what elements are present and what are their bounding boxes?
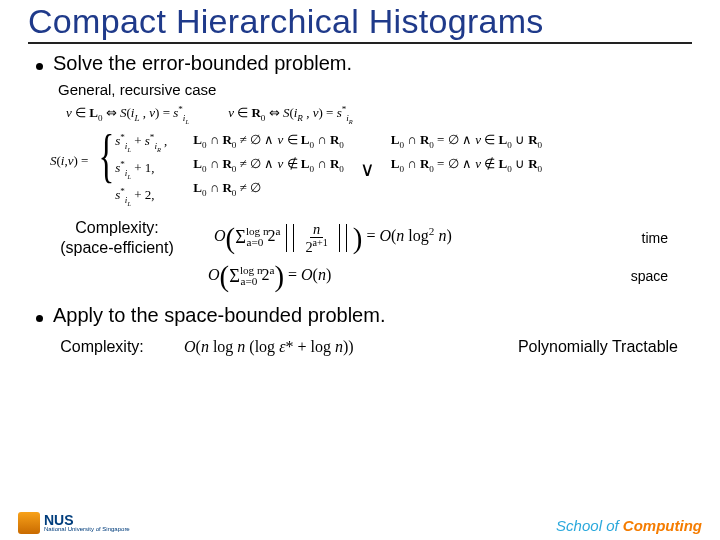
piecewise-conditions-a: L0 ∩ R0 ≠ ∅ ∧ v ∈ L0 ∩ R0 L0 ∩ R0 ≠ ∅ ∧ … — [193, 130, 344, 199]
soc-computing-word: Computing — [623, 517, 702, 534]
piecewise-lhs: S(i, v) = — [50, 130, 88, 192]
case-2: s*iL + 1, — [115, 157, 167, 182]
bullet-2: Apply to the space-bounded problem. — [36, 304, 692, 327]
cond-1b: L0 ∩ R0 = ∅ ∧ v ∈ L0 ∪ R0 — [391, 130, 542, 152]
complexity-time-row: Complexity: (space-efficient) O(Σlog na=… — [52, 218, 692, 258]
slide-title: Compact Hierarchical Histograms — [28, 4, 692, 40]
complexity-label: Complexity: (space-efficient) — [52, 218, 182, 258]
space-complexity-formula: O(Σlog na=0 2a) = O(n) — [208, 264, 331, 288]
complexity-label-2: (space-efficient) — [60, 239, 174, 256]
cond-2b: L0 ∩ R0 = ∅ ∧ v ∉ L0 ∪ R0 — [391, 154, 542, 176]
slide-body: Compact Hierarchical Histograms Solve th… — [0, 0, 720, 357]
complexity-space-bounded-row: Complexity: O(n log n (log ε* + log n)) … — [52, 337, 692, 357]
time-complexity-formula: O(Σlog na=0 2a n2a+1 ) = O(n log2 n) — [214, 222, 452, 254]
space-tag: space — [631, 268, 668, 284]
biconditional-row: v ∈ L0 ⇔ S(iL , v) = s*iL v ∈ R0 ⇔ S(iR … — [66, 104, 692, 125]
title-divider — [28, 42, 692, 44]
bicond-right: v ∈ R0 ⇔ S(iR , v) = s*iR — [228, 104, 352, 125]
bullet-dot-icon — [36, 315, 43, 322]
bullet-1-text: Solve the error-bounded problem. — [53, 52, 352, 75]
complexity-space-row: O(Σlog na=0 2a) = O(n) space — [208, 264, 692, 288]
bullet-2-text: Apply to the space-bounded problem. — [53, 304, 385, 327]
subheading: General, recursive case — [58, 81, 692, 98]
complexity-label-1: Complexity: — [75, 219, 159, 236]
case-3: s*iL + 2, — [115, 184, 167, 209]
nus-fullname: National University of Singapore — [44, 527, 130, 532]
polynomially-tractable: Polynomially Tractable — [518, 338, 678, 356]
complexity2-label: Complexity: — [52, 337, 152, 357]
cond-3b-empty — [391, 178, 542, 198]
space-bounded-formula: O(n log n (log ε* + log n)) — [184, 338, 354, 356]
piecewise-cases: s*iL + s*iR , s*iL + 1, s*iL + 2, — [115, 130, 167, 208]
nus-crest-icon — [18, 512, 40, 534]
left-brace-icon: { — [99, 130, 115, 181]
bicond-left: v ∈ L0 ⇔ S(iL , v) = s*iL — [66, 104, 189, 125]
nus-logo: NUS National University of Singapore — [18, 512, 130, 534]
time-sum-lower: a=0 — [247, 236, 264, 248]
cond-2a: L0 ∩ R0 ≠ ∅ ∧ v ∉ L0 ∩ R0 — [193, 154, 344, 176]
bullet-1: Solve the error-bounded problem. — [36, 52, 692, 75]
soc-school-word: School — [556, 517, 602, 534]
time-tag: time — [642, 230, 668, 246]
or-symbol: ∨ — [360, 154, 375, 185]
cond-1a: L0 ∩ R0 ≠ ∅ ∧ v ∈ L0 ∩ R0 — [193, 130, 344, 152]
bullet-dot-icon — [36, 63, 43, 70]
space-sum-lower: a=0 — [241, 275, 258, 287]
nus-text: NUS National University of Singapore — [44, 514, 130, 532]
piecewise-conditions-b: L0 ∩ R0 = ∅ ∧ v ∈ L0 ∪ R0 L0 ∩ R0 = ∅ ∧ … — [391, 130, 542, 198]
soc-of-word: of — [602, 517, 623, 534]
cond-3a: L0 ∩ R0 ≠ ∅ — [193, 178, 344, 200]
case-1: s*iL + s*iR , — [115, 130, 167, 155]
piecewise-definition: S(i, v) = { s*iL + s*iR , s*iL + 1, s*iL… — [50, 130, 692, 208]
slide-footer: NUS National University of Singapore Sch… — [18, 512, 702, 534]
soc-logo: School of Computing — [556, 517, 702, 534]
